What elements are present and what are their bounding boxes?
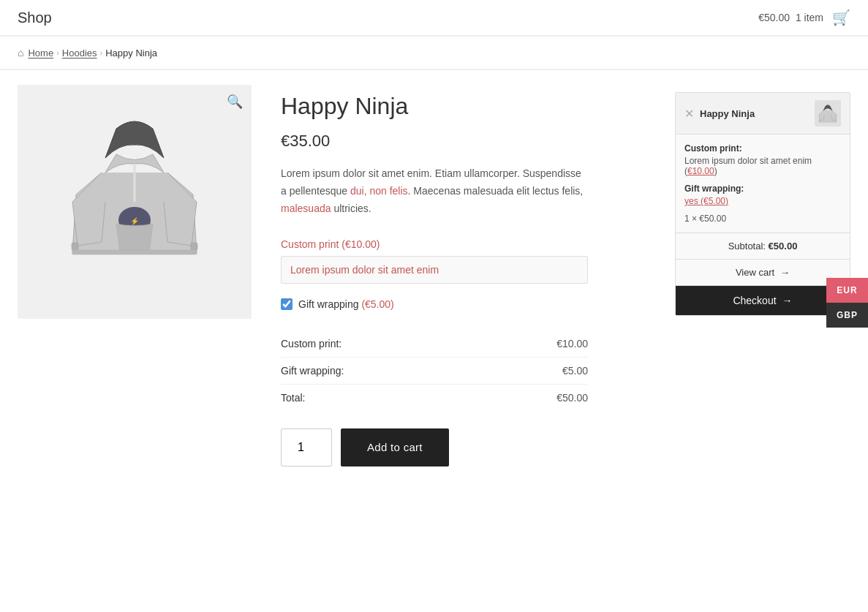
zoom-icon[interactable]: 🔍: [227, 94, 243, 110]
cart-subtotal-value: €50.00: [769, 241, 798, 252]
pricing-row-custom-print: Custom print: €10.00: [281, 330, 588, 358]
cart-custom-print-value: Lorem ipsum dolor sit amet enim (€10.00): [684, 156, 841, 176]
breadcrumb: ⌂ Home › Hoodies › Happy Ninja: [0, 37, 868, 69]
header-right: €50.00 1 item 🛒: [758, 9, 850, 26]
cart-gift-value-link[interactable]: yes (€5.00): [684, 196, 728, 206]
cart-thumb-svg: [816, 102, 839, 125]
header: Shop €50.00 1 item 🛒: [0, 0, 868, 36]
breadcrumb-separator-1: ›: [56, 48, 59, 57]
pricing-label-gift: Gift wrapping:: [281, 365, 344, 377]
view-cart-arrow: →: [780, 267, 790, 278]
pricing-row-total: Total: €50.00: [281, 385, 588, 411]
svg-rect-4: [191, 243, 197, 250]
svg-text:⚡: ⚡: [130, 216, 140, 226]
desc-link-1[interactable]: dui, non felis: [350, 185, 408, 197]
cart-widget-header: ✕ Happy Ninja: [676, 93, 850, 135]
svg-rect-5: [72, 250, 197, 254]
currency-eur-button[interactable]: EUR: [826, 278, 868, 303]
cart-custom-print-price-link[interactable]: €10.00: [687, 166, 714, 176]
add-to-cart-row: Add to cart: [281, 428, 675, 466]
view-cart-button[interactable]: View cart →: [676, 260, 850, 286]
add-to-cart-button[interactable]: Add to cart: [341, 428, 449, 466]
custom-print-input[interactable]: [281, 256, 588, 284]
breadcrumb-home[interactable]: Home: [28, 48, 53, 58]
cart-subtotal: Subtotal: €50.00: [676, 233, 850, 260]
checkout-button[interactable]: Checkout →: [676, 286, 850, 315]
currency-switcher: EUR GBP: [826, 278, 868, 328]
cart-widget-body: Custom print: Lorem ipsum dolor sit amet…: [676, 135, 850, 233]
pricing-label-custom-print: Custom print:: [281, 338, 341, 350]
cart-amount: €50.00 1 item: [758, 12, 823, 23]
breadcrumb-current: Happy Ninja: [105, 48, 157, 58]
shop-logo[interactable]: Shop: [18, 10, 52, 26]
cart-remove-icon[interactable]: ✕: [684, 107, 694, 121]
cart-product-thumbnail: [815, 100, 841, 126]
pricing-value-total: €50.00: [556, 392, 588, 404]
cart-icon[interactable]: 🛒: [832, 9, 850, 26]
breadcrumb-hoodies[interactable]: Hoodies: [62, 48, 97, 58]
product-image: 🔍 ⚡: [18, 85, 252, 319]
pricing-table: Custom print: €10.00 Gift wrapping: €5.0…: [281, 330, 588, 411]
checkout-label: Checkout: [733, 295, 776, 306]
gift-wrapping-checkbox[interactable]: [281, 298, 293, 310]
custom-print-label: Custom print (€10.00): [281, 238, 675, 250]
product-details: Happy Ninja €35.00 Lorem ipsum dolor sit…: [281, 85, 675, 466]
cart-custom-print-label: Custom print:: [684, 143, 841, 154]
breadcrumb-separator-2: ›: [100, 48, 103, 57]
pricing-label-total: Total:: [281, 392, 305, 404]
cart-subtotal-label: Subtotal:: [728, 241, 766, 252]
cart-gift-label: Gift wrapping:: [684, 184, 841, 194]
cart-qty-price: 1 × €50.00: [684, 214, 841, 224]
home-icon: ⌂: [18, 47, 23, 58]
quantity-input[interactable]: [281, 428, 332, 466]
product-section: 🔍 ⚡: [18, 85, 675, 466]
pricing-value-gift: €5.00: [562, 365, 588, 377]
cart-product-name: Happy Ninja: [700, 108, 809, 119]
hoodie-illustration: ⚡: [61, 107, 208, 297]
checkout-arrow: →: [782, 295, 793, 306]
main-container: 🔍 ⚡: [0, 70, 868, 481]
desc-link-2[interactable]: malesuada: [281, 203, 331, 214]
product-price: €35.00: [281, 132, 675, 151]
pricing-row-gift: Gift wrapping: €5.00: [281, 358, 588, 385]
product-title: Happy Ninja: [281, 92, 675, 120]
sidebar-cart: ✕ Happy Ninja Custom print: Lorem ipsum …: [675, 92, 850, 466]
cart-gift-value: yes (€5.00): [684, 196, 841, 206]
gift-wrapping-row: Gift wrapping (€5.00): [281, 298, 675, 310]
view-cart-label: View cart: [736, 267, 774, 278]
product-description: Lorem ipsum dolor sit amet enim. Etiam u…: [281, 165, 588, 217]
gift-wrapping-label[interactable]: Gift wrapping (€5.00): [298, 298, 394, 310]
cart-widget: ✕ Happy Ninja Custom print: Lorem ipsum …: [675, 92, 850, 316]
currency-gbp-button[interactable]: GBP: [826, 303, 868, 328]
svg-rect-3: [72, 243, 78, 250]
pricing-value-custom-print: €10.00: [556, 338, 588, 350]
